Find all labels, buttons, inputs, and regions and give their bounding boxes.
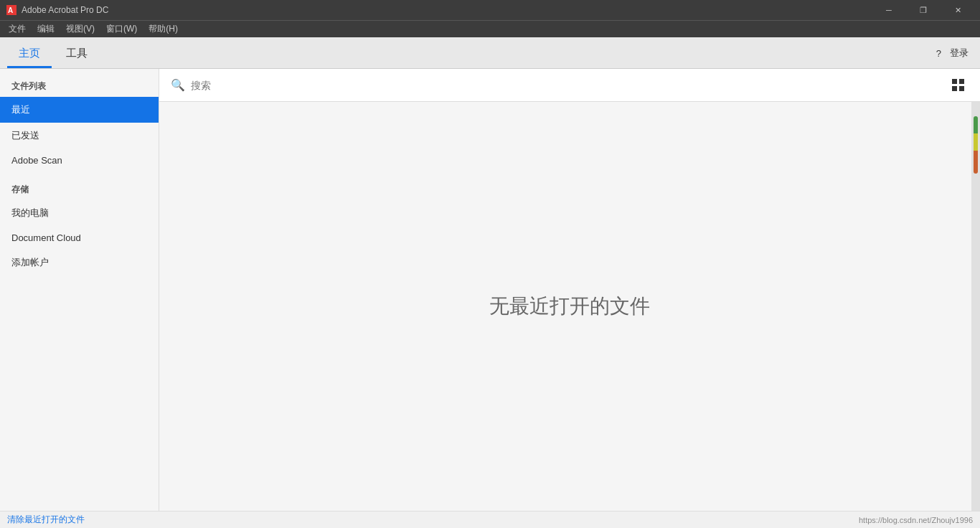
tab-home[interactable]: 主页 bbox=[7, 41, 52, 68]
help-button[interactable]: ? bbox=[936, 48, 941, 59]
window-controls: ─ ❐ ✕ bbox=[872, 0, 974, 20]
navtabs-wrapper: 主页 工具 ? 登录 bbox=[0, 37, 980, 69]
menu-edit[interactable]: 编辑 bbox=[32, 22, 60, 37]
sidebar-spacer bbox=[0, 275, 159, 511]
restore-button[interactable]: ❐ bbox=[907, 0, 940, 20]
content-area: 无最近打开的文件 bbox=[159, 102, 980, 511]
svg-rect-4 bbox=[952, 86, 957, 91]
svg-rect-3 bbox=[959, 79, 964, 84]
menu-view[interactable]: 视图(V) bbox=[60, 22, 100, 37]
search-wrapper: 🔍 bbox=[171, 78, 948, 92]
navtabs: 主页 工具 bbox=[0, 37, 980, 69]
sidebar-item-recent[interactable]: 最近 bbox=[0, 97, 159, 123]
svg-rect-2 bbox=[952, 79, 957, 84]
sidebar-item-sent[interactable]: 已发送 bbox=[0, 123, 159, 148]
svg-text:A: A bbox=[8, 6, 13, 14]
sidebar-item-adobe-scan[interactable]: Adobe Scan bbox=[0, 148, 159, 172]
menu-window[interactable]: 窗口(W) bbox=[100, 22, 143, 37]
menu-file[interactable]: 文件 bbox=[3, 22, 32, 37]
tab-tools[interactable]: 工具 bbox=[55, 41, 99, 68]
scrollbar-track bbox=[974, 116, 978, 174]
minimize-button[interactable]: ─ bbox=[872, 0, 905, 20]
search-icon: 🔍 bbox=[171, 78, 185, 92]
watermark: https://blog.csdn.net/Zhoujv1996 bbox=[859, 516, 973, 524]
main-layout: 文件列表 最近 已发送 Adobe Scan 存储 我的电脑 Document … bbox=[0, 69, 980, 511]
storage-section-label: 存储 bbox=[0, 172, 159, 200]
sidebar-item-add-account[interactable]: 添加帐户 bbox=[0, 250, 159, 275]
sidebar-item-document-cloud[interactable]: Document Cloud bbox=[0, 226, 159, 250]
close-button[interactable]: ✕ bbox=[941, 0, 974, 20]
menubar: 文件 编辑 视图(V) 窗口(W) 帮助(H) bbox=[0, 20, 980, 37]
search-input[interactable] bbox=[191, 80, 948, 91]
main-content: 🔍 无最近打开的文件 bbox=[159, 69, 980, 511]
file-list-section-label: 文件列表 bbox=[0, 69, 159, 97]
svg-rect-5 bbox=[959, 86, 964, 91]
login-button[interactable]: 登录 bbox=[950, 47, 969, 60]
statusbar: 清除最近打开的文件 https://blog.csdn.net/Zhoujv19… bbox=[0, 511, 980, 528]
sidebar: 文件列表 最近 已发送 Adobe Scan 存储 我的电脑 Document … bbox=[0, 69, 159, 511]
app-title: Adobe Acrobat Pro DC bbox=[22, 5, 872, 15]
clear-recent-button[interactable]: 清除最近打开的文件 bbox=[7, 514, 85, 526]
grid-view-button[interactable] bbox=[948, 75, 969, 95]
empty-message: 无最近打开的文件 bbox=[489, 293, 650, 320]
sidebar-item-my-computer[interactable]: 我的电脑 bbox=[0, 200, 159, 226]
header-right: ? 登录 bbox=[936, 37, 969, 69]
toolbar: 🔍 bbox=[159, 69, 980, 102]
scrollbar[interactable] bbox=[971, 102, 980, 511]
app-icon: A bbox=[6, 4, 17, 16]
titlebar: A Adobe Acrobat Pro DC ─ ❐ ✕ bbox=[0, 0, 980, 20]
grid-icon bbox=[951, 78, 966, 93]
menu-help[interactable]: 帮助(H) bbox=[143, 22, 184, 37]
